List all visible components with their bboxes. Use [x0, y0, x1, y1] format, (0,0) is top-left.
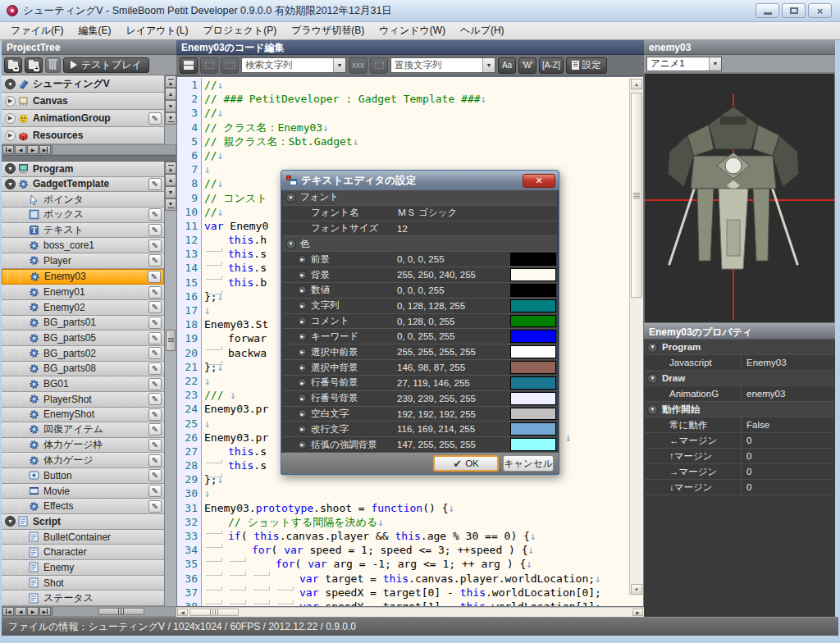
dialog-row-フォント名[interactable]: フォント名ＭＳ ゴシック [283, 206, 557, 221]
edit-pen-button[interactable]: ✎ [148, 317, 162, 329]
tree-item-AnimationGroup[interactable]: ▶AnimationGroup✎ [2, 110, 164, 127]
tree-item-Player[interactable]: Player✎ [2, 253, 164, 269]
property-row-Program[interactable]: ▼Program [645, 340, 834, 355]
row-expand-icon[interactable]: ▶ [298, 255, 307, 264]
chevron-down-icon[interactable]: ▼ [709, 57, 721, 71]
tree-item-Resources[interactable]: ▶Resources [2, 127, 164, 144]
program-tree-hscroll[interactable] [53, 607, 176, 616]
dialog-row-空白文字[interactable]: ▶空白文字192, 192, 192, 255 [283, 407, 557, 422]
collapse-toggle-icon[interactable]: ▼ [5, 79, 16, 89]
dialog-row-括弧の強調背景[interactable]: ▶括弧の強調背景147, 255, 255, 255 [283, 437, 557, 453]
dialog-row-行番号背景[interactable]: ▶行番号背景239, 239, 255, 255 [283, 391, 557, 407]
color-swatch[interactable] [510, 361, 556, 374]
add-child-item-button[interactable] [25, 57, 43, 73]
row-expand-icon[interactable]: ▶ [298, 378, 307, 387]
property-value[interactable]: False [742, 420, 769, 430]
tree-item-Enemy02[interactable]: Enemy02✎ [2, 300, 164, 316]
property-value[interactable]: enemy03 [742, 389, 785, 399]
tree-item-Program[interactable]: ▼Program [2, 162, 164, 177]
edit-pen-button[interactable]: ✎ [148, 271, 161, 283]
tree-item-Enemy01[interactable]: Enemy01✎ [2, 285, 164, 300]
edit-pen-button[interactable]: ✎ [148, 254, 162, 267]
move-bottom-button[interactable]: ▼ [165, 112, 176, 125]
section-collapse-icon[interactable]: ▼ [647, 404, 658, 415]
menu-item-6[interactable]: ウィンドウ(W) [372, 21, 453, 40]
property-row-Javascript[interactable]: JavascriptEnemy03 [645, 355, 834, 371]
editor-hscroll-thumb[interactable] [189, 609, 239, 616]
code-line-1[interactable]: 1//↓ [177, 78, 629, 92]
tree-item-ボックス[interactable]: ボックス✎ [2, 207, 164, 223]
setting-value[interactable]: 0, 0, 0, 255 [397, 254, 509, 264]
animation-select[interactable]: アニメ1 ▼ [646, 57, 722, 71]
property-row-←マージン[interactable]: ←マージン0 [645, 433, 834, 449]
tree-item-BG_parts08[interactable]: BG_parts08✎ [2, 362, 164, 377]
dialog-row-色[interactable]: ▼色 [283, 236, 557, 252]
tree-item-体力ゲージ枠[interactable]: 体力ゲージ枠✎ [2, 438, 164, 454]
setting-value[interactable]: 239, 239, 255, 255 [397, 394, 509, 404]
property-value[interactable]: Enemy03 [742, 358, 787, 367]
tree-item-BG_parts02[interactable]: BG_parts02✎ [2, 346, 164, 362]
move-down-button[interactable]: ▼ [165, 186, 176, 198]
edit-pen-button[interactable]: ✎ [148, 408, 162, 421]
code-line-5[interactable]: 5// 親クラス名：Sbt.Gadget↓ [177, 135, 629, 148]
setting-value[interactable]: ＭＳ ゴシック [397, 207, 557, 219]
tree-item-Enemy[interactable]: Enemy [2, 560, 164, 576]
row-expand-icon[interactable]: ▶ [298, 332, 307, 341]
setting-value[interactable]: 192, 192, 192, 255 [397, 409, 509, 419]
menu-item-2[interactable]: 編集(E) [71, 21, 118, 40]
edit-pen-button[interactable]: ✎ [148, 378, 162, 390]
row-expand-icon[interactable]: ▶ [298, 301, 307, 310]
row-expand-icon[interactable]: ▶ [298, 409, 307, 418]
edit-pen-button[interactable]: ✎ [148, 485, 162, 497]
find-next-button[interactable] [221, 57, 239, 74]
setting-value[interactable]: 255, 255, 255, 255 [397, 347, 509, 357]
scroll-right-icon[interactable]: ▶ [632, 609, 643, 616]
tree-item-GadgetTemplate[interactable]: ▼GadgetTemplate✎ [2, 177, 164, 193]
color-swatch[interactable] [510, 315, 556, 328]
section-collapse-icon[interactable]: ▼ [285, 239, 296, 249]
code-line-6[interactable]: 6//↓ [177, 148, 629, 162]
code-line-2[interactable]: 2// ### PetitDeveloper : Gadget Template… [177, 92, 629, 106]
replace-input[interactable]: 置換文字列 ▼ [390, 57, 495, 73]
edit-pen-button[interactable]: ✎ [148, 208, 162, 221]
color-swatch[interactable] [510, 408, 556, 421]
minimize-button[interactable] [756, 3, 779, 18]
code-line-32[interactable]: 32// ショットする間隔を決める↓ [177, 515, 629, 529]
dialog-title-bar[interactable]: テキストエディタの設定 ✕ [281, 171, 559, 190]
edit-pen-button[interactable]: ✎ [148, 224, 162, 236]
setting-value[interactable]: 116, 169, 214, 255 [397, 424, 509, 434]
ok-button[interactable]: ✔ OK [433, 455, 499, 472]
dialog-row-背景[interactable]: ▶背景255, 250, 240, 255 [283, 267, 557, 283]
search-input[interactable]: 検索文字列 ▼ [241, 57, 346, 73]
property-value[interactable]: 0 [742, 467, 751, 477]
dialog-row-数値[interactable]: ▶数値0, 0, 0, 255 [283, 283, 557, 299]
cancel-button[interactable]: キャンセル [503, 455, 554, 472]
testplay-button[interactable]: テストプレイ [63, 57, 149, 73]
color-swatch[interactable] [510, 345, 556, 358]
save-button[interactable] [180, 57, 198, 74]
edit-pen-button[interactable]: ✎ [148, 332, 162, 344]
color-swatch[interactable] [510, 438, 556, 451]
tree-item-ステータス[interactable]: ステータス [2, 591, 164, 606]
close-button[interactable]: × [808, 3, 832, 18]
color-swatch[interactable] [510, 376, 556, 390]
dialog-close-button[interactable]: ✕ [523, 174, 555, 188]
row-expand-icon[interactable]: ▶ [298, 271, 307, 280]
tree-item-boss_core1[interactable]: boss_core1✎ [2, 238, 164, 253]
nav-first-button[interactable]: ◀ [2, 145, 14, 154]
row-expand-icon[interactable]: ▶ [298, 394, 307, 403]
delete-item-button[interactable] [45, 57, 61, 73]
dialog-row-前景[interactable]: ▶前景0, 0, 0, 255 [283, 252, 557, 267]
collapse-toggle-icon[interactable]: ▼ [5, 163, 16, 174]
expand-toggle-icon[interactable]: ▶ [5, 96, 16, 107]
tree-item-テキスト[interactable]: Tテキスト✎ [2, 223, 164, 239]
tree-item-PlayerShot[interactable]: PlayerShot✎ [2, 392, 164, 408]
move-up-button[interactable]: ▲ [165, 174, 176, 186]
chevron-down-icon[interactable]: ▼ [333, 58, 345, 72]
program-tree-hscroll-thumb[interactable] [98, 608, 144, 615]
edit-pen-button[interactable]: ✎ [148, 439, 162, 451]
tree-item-Movie[interactable]: Movie✎ [2, 484, 164, 499]
model-preview[interactable] [644, 73, 835, 323]
tree-item-BG_parts01[interactable]: BG_parts01✎ [2, 316, 164, 331]
edit-pen-button[interactable]: ✎ [148, 454, 162, 467]
